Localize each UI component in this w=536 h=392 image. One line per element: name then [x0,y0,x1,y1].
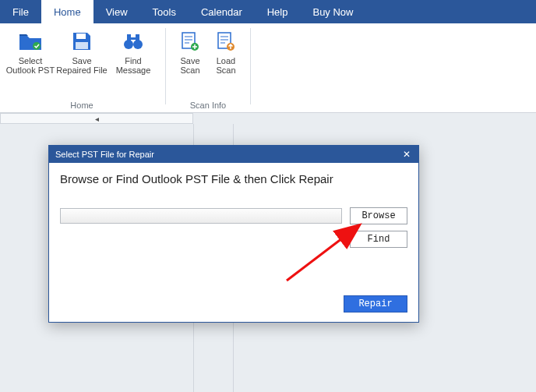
svg-rect-5 [127,34,131,42]
menu-calendar[interactable]: Calendar [189,0,255,23]
dialog-titlebar[interactable]: Select PST File for Repair ✕ [49,146,418,163]
ribbon-btn-line1: Load [217,56,235,65]
select-pst-dialog: Select PST File for Repair ✕ Browse or F… [48,145,419,323]
ribbon-btn-line2: Scan [216,65,235,75]
ribbon-btn-line2: Repaired File [56,65,107,75]
folder-check-icon [18,30,43,53]
menu-tools[interactable]: Tools [140,0,189,23]
svg-rect-1 [76,34,86,39]
menu-home[interactable]: Home [41,0,93,23]
close-icon: ✕ [403,149,411,160]
dialog-heading: Browse or Find Outlook PST File & then C… [60,172,407,185]
ribbon-group-home: Select Outlook PST Save Repaired File Fi… [0,28,164,112]
ribbon: Select Outlook PST Save Repaired File Fi… [0,23,536,113]
dialog-body: Browse or Find Outlook PST File & then C… [49,163,418,322]
menu-file[interactable]: File [0,0,41,23]
ribbon-btn-line2: Outlook PST [6,65,55,75]
ribbon-group-scan-info: Save Scan Load Scan Scan Info [168,28,249,112]
chevron-left-icon: ◂ [95,115,99,123]
ribbon-btn-line1: Find [125,56,141,65]
load-scan-button[interactable]: Load Scan [208,28,244,98]
save-scan-button[interactable]: Save Scan [172,28,208,98]
ribbon-group-label: Scan Info [190,98,226,112]
find-message-button[interactable]: Find Message [108,28,159,98]
ribbon-separator [250,28,251,104]
browse-button[interactable]: Browse [350,207,407,224]
dialog-close-button[interactable]: ✕ [395,146,418,163]
ribbon-btn-line2: Message [116,65,151,75]
select-outlook-pst-button[interactable]: Select Outlook PST [5,28,56,98]
save-scan-icon [178,30,203,53]
ribbon-group-label: Home [70,98,93,112]
ribbon-btn-line1: Select [19,56,43,65]
svg-point-0 [33,42,41,50]
find-button[interactable]: Find [350,231,407,248]
save-repaired-file-button[interactable]: Save Repaired File [56,28,108,98]
dialog-title: Select PST File for Repair [55,150,154,159]
menu-buy-now[interactable]: Buy Now [300,0,365,23]
menu-help[interactable]: Help [255,0,301,23]
panel-collapse-handle[interactable]: ◂ [0,113,193,124]
repair-button[interactable]: Repair [344,295,407,313]
menubar: File Home View Tools Calendar Help Buy N… [0,0,536,23]
ribbon-btn-line2: Scan [180,65,199,75]
ribbon-btn-line1: Save [180,56,199,65]
save-icon [69,30,94,53]
ribbon-btn-line1: Save [72,56,91,65]
menu-view[interactable]: View [93,0,140,23]
svg-rect-6 [136,34,139,42]
svg-rect-7 [131,37,136,40]
binoculars-icon [121,30,146,53]
load-scan-icon [213,30,238,53]
ribbon-separator [165,28,166,104]
pst-path-input[interactable] [60,208,342,224]
svg-rect-2 [76,42,88,49]
